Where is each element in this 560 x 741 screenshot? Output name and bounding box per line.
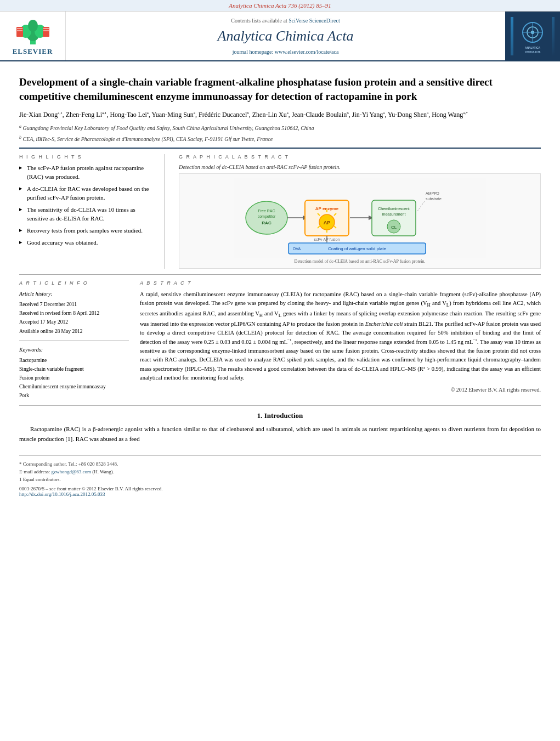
section-divider-1 <box>19 274 541 275</box>
copyright-text: © 2012 Elsevier B.V. All rights reserved… <box>140 387 541 393</box>
analytica-logo-svg: ANALYTICA CHIMICA ACTA <box>513 17 552 55</box>
highlights-list: The scFv-AP fusion protein against racto… <box>19 164 151 247</box>
svg-text:OVA: OVA <box>293 247 301 251</box>
journal-header: ELSEVIER Contents lists available at Sci… <box>0 12 560 61</box>
article-info-abstract-section: A R T I C L E I N F O Article history: R… <box>19 280 541 400</box>
highlight-item-4: Recovery tests from pork samples were st… <box>19 227 151 235</box>
authors-line: Jie-Xian Donga,1, Zhen-Feng Lia,1, Hong-… <box>19 110 541 120</box>
analytica-logo-area: ANALYTICA CHIMICA ACTA <box>505 12 560 60</box>
keyword-5: Pork <box>19 391 129 400</box>
contents-available-line: Contents lists available at SciVerse Sci… <box>231 18 340 24</box>
elsevier-logo: ELSEVIER <box>13 16 53 56</box>
svg-rect-10 <box>43 30 49 31</box>
elsevier-logo-area: ELSEVIER <box>0 12 66 60</box>
graphical-abstract-svg: Free RAC competitor RAC AP enzyme AP <box>234 178 486 258</box>
article-info-column: A R T I C L E I N F O Article history: R… <box>19 280 129 400</box>
intro-paragraph: Ractopamine (RAC) is a β-adrenergic agon… <box>19 425 541 444</box>
homepage-label: journal homepage: <box>233 49 275 55</box>
keyword-4: Chemiluminescent enzyme immunoassay <box>19 382 129 391</box>
svg-text:CHIMICA ACTA: CHIMICA ACTA <box>525 50 541 53</box>
contents-text: Contents lists available at <box>231 18 289 24</box>
col-divider <box>165 154 165 269</box>
keyword-2: Single-chain variable fragment <box>19 365 129 374</box>
svg-text:competitor: competitor <box>258 214 276 219</box>
article-history: Article history: Received 7 December 201… <box>19 289 129 341</box>
highlight-item-5: Good accuracy was obtained. <box>19 239 151 247</box>
authors-text: Jie-Xian Donga,1, Zhen-Feng Lia,1, Hong-… <box>19 111 468 118</box>
svg-text:RAC: RAC <box>262 220 271 225</box>
keywords-label: Keywords: <box>19 345 129 354</box>
header-divider <box>19 148 541 149</box>
introduction-section: 1. Introduction Ractopamine (RAC) is a β… <box>19 411 541 444</box>
svg-text:CL: CL <box>391 225 397 230</box>
abstract-header: A B S T R A C T <box>140 280 541 286</box>
graphical-abstract-caption: Detection model of dc-CLEIA based on ant… <box>179 164 541 170</box>
svg-text:Chemiluminescent: Chemiluminescent <box>378 207 410 211</box>
footer-notes: * Corresponding author. Tel.: +86 020 85… <box>19 460 541 484</box>
email-label: E-mail address: <box>19 469 50 474</box>
highlight-item-1: The scFv-AP fusion protein against racto… <box>19 164 151 182</box>
sciverse-link[interactable]: SciVerse ScienceDirect <box>289 18 340 24</box>
svg-text:AMPPD: AMPPD <box>426 191 439 195</box>
history-label: Article history: <box>19 289 129 298</box>
graphical-abstract-footer: Detection model of dc-CLEIA based on ant… <box>295 259 426 264</box>
intro-section-title: 1. Introduction <box>19 411 541 420</box>
svg-text:Free RAC: Free RAC <box>258 209 275 213</box>
keyword-3: Fusion protein <box>19 374 129 382</box>
journal-citation-bar: Analytica Chimica Acta 736 (2012) 85–91 <box>0 0 560 12</box>
footer-doi[interactable]: http://dx.doi.org/10.1016/j.aca.2012.05.… <box>19 491 541 497</box>
svg-text:measurement: measurement <box>382 212 406 216</box>
equal-contributors-note: 1 Equal contributors. <box>19 476 541 483</box>
svg-rect-6 <box>17 28 22 29</box>
journal-citation-text: Analytica Chimica Acta 736 (2012) 85–91 <box>229 2 331 9</box>
svg-rect-9 <box>43 28 49 29</box>
abstract-text: A rapid, sensitive chemiluminescent enzy… <box>140 290 541 382</box>
svg-text:Coating of anti-gen solid plat: Coating of anti-gen solid plate <box>328 246 386 251</box>
graphical-abstract-diagram: Free RAC competitor RAC AP enzyme AP <box>179 173 541 269</box>
main-content-area: Development of a single-chain variable f… <box>0 61 560 505</box>
highlights-column: H I G H L I G H T S The scFv-AP fusion p… <box>19 154 151 269</box>
svg-text:substrate: substrate <box>426 197 442 201</box>
keyword-1: Ractopamine <box>19 356 129 365</box>
graphical-abstract-header: G R A P H I C A L A B S T R A C T <box>179 154 541 160</box>
svg-point-4 <box>28 20 38 32</box>
intro-title: Introduction <box>264 411 303 420</box>
corresponding-author-note: * Corresponding author. Tel.: +86 020 85… <box>19 460 541 468</box>
svg-text:AP: AP <box>324 220 331 225</box>
analytica-logo-icon: ANALYTICA CHIMICA ACTA <box>511 17 555 55</box>
article-info-header: A R T I C L E I N F O <box>19 280 129 286</box>
affiliation-a: a Guangdong Provincial Key Laboratory of… <box>19 123 541 132</box>
available-date: Available online 28 May 2012 <box>19 327 129 336</box>
email-address[interactable]: gzwhongd@63.com <box>51 469 91 474</box>
svg-text:ANALYTICA: ANALYTICA <box>525 46 541 49</box>
highlight-item-3: The sensitivity of dc-CLEIA was 10 times… <box>19 206 151 223</box>
article-title: Development of a single-chain variable f… <box>19 75 541 103</box>
accepted-date: Accepted 17 May 2012 <box>19 318 129 326</box>
page-footer: * Corresponding author. Tel.: +86 020 85… <box>19 455 541 497</box>
elsevier-brand-text: ELSEVIER <box>13 47 53 56</box>
intro-text: Ractopamine (RAC) is a β-adrenergic agon… <box>19 425 541 444</box>
received-date: Received 7 December 2011 <box>19 300 129 309</box>
section-divider-2 <box>19 405 541 406</box>
journal-main-title: Analytica Chimica Acta <box>218 28 354 44</box>
abstract-column: A B S T R A C T A rapid, sensitive chemi… <box>140 280 541 400</box>
highlights-header: H I G H L I G H T S <box>19 154 151 160</box>
graphical-abstract-column: G R A P H I C A L A B S T R A C T Detect… <box>179 154 541 269</box>
journal-homepage-line: journal homepage: www.elsevier.com/locat… <box>233 49 339 55</box>
keywords-section: Keywords: Ractopamine Single-chain varia… <box>19 345 129 400</box>
elsevier-tree-icon <box>14 16 52 46</box>
highlights-graphical-section: H I G H L I G H T S The scFv-AP fusion p… <box>19 154 541 269</box>
revised-date: Received in revised form 8 April 2012 <box>19 309 129 318</box>
affiliation-b: b CEA, iBiTec-S, Service de Pharmacologi… <box>19 134 541 143</box>
highlight-item-2: A dc-CLEIA for RAC was developed based o… <box>19 185 151 202</box>
intro-number: 1. <box>257 411 263 420</box>
footer-issn: 0003-2670/$ – see front matter © 2012 El… <box>19 486 541 491</box>
email-suffix: (H. Wang). <box>92 469 114 474</box>
abstract-paragraph: A rapid, sensitive chemiluminescent enzy… <box>140 290 541 382</box>
email-line: E-mail address: gzwhongd@63.com (H. Wang… <box>19 468 541 476</box>
journal-title-area: Contents lists available at SciVerse Sci… <box>66 12 505 60</box>
svg-rect-7 <box>17 30 22 31</box>
corresponding-author-text: * Corresponding author. Tel.: +86 020 85… <box>19 461 118 467</box>
homepage-link[interactable]: www.elsevier.com/locate/aca <box>275 49 339 55</box>
